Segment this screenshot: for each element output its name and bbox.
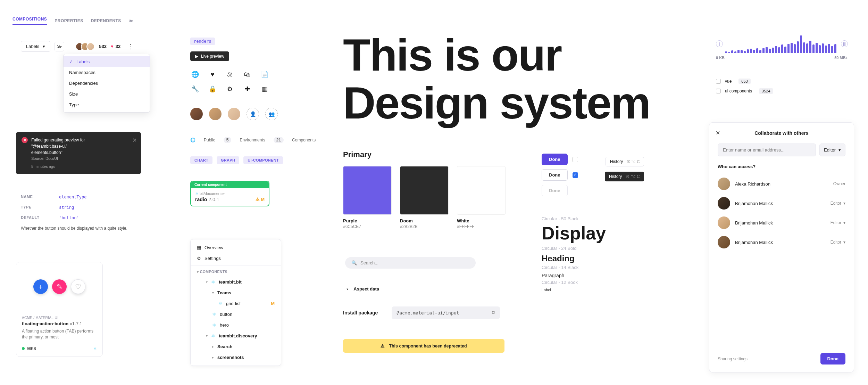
swatch-white: White #FFFFFF [457, 166, 506, 229]
current-component-card[interactable]: Current component ⚛ bit/documenter radio… [190, 181, 269, 206]
component-card[interactable]: ＋ ✎ ♡ ACME / MATERIAL-UI floating-action… [16, 262, 103, 357]
done-button-secondary[interactable]: Done [542, 169, 568, 181]
tree-item-settings[interactable]: ⚙Settings [191, 253, 281, 264]
fab-edit: ✎ [52, 279, 67, 294]
chevron-down-icon: ▾ [43, 44, 45, 49]
file-icon: 📄 [260, 69, 269, 79]
tree-item-overview[interactable]: ▦Overview [191, 242, 281, 253]
menu-item-type[interactable]: Type [64, 99, 150, 110]
invite-input[interactable] [718, 144, 816, 156]
type-paragraph: Paragraph [542, 273, 606, 278]
tree-item[interactable]: ▸screenshots [191, 352, 281, 363]
histogram-bar [750, 49, 752, 53]
prop-description: Whether the button should be displayed w… [21, 226, 127, 231]
member-role-dropdown[interactable]: Editor ▾ [831, 220, 845, 225]
typography-specimen: Circular - 50 Black Display Circular - 2… [542, 216, 606, 292]
toast-close-icon[interactable]: ✕ [132, 136, 137, 145]
scale-icon: ⚖ [225, 69, 235, 79]
menu-item-namespaces[interactable]: Namespaces [64, 67, 150, 78]
done-button-primary[interactable]: Done [542, 154, 568, 165]
tree-item[interactable]: ⚛hero [191, 320, 281, 330]
color-section-title: Primary [343, 150, 506, 159]
tree-item[interactable]: ⚛grid-listM [191, 298, 281, 309]
member-name: Brijamohan Mallick [735, 220, 826, 226]
checkbox-unchecked[interactable] [573, 157, 578, 162]
sharing-settings-link[interactable]: Sharing settings [718, 357, 748, 361]
live-preview-button[interactable]: ▶ Live preview [190, 51, 229, 61]
tabs-row: COMPOSITIONS PROPERTIES DEPENDENTS ≫ [12, 17, 133, 25]
install-package-box[interactable]: @acme.material-ui/input ⧉ [392, 306, 500, 319]
history-chip[interactable]: History ⌘ ⌥ C [606, 157, 644, 166]
role-dropdown[interactable]: Editor▾ [819, 144, 845, 156]
chevron-down-icon: ▾ [843, 220, 845, 225]
tree-item[interactable]: ⚛button [191, 309, 281, 320]
histogram-bar [831, 46, 833, 53]
checkbox-checked[interactable] [573, 172, 578, 178]
histogram-bar [775, 46, 777, 53]
toast-text: "@teambit.base-ui/ [31, 143, 85, 149]
member-row: Brijamohan Mallick Editor ▾ [718, 213, 845, 232]
close-icon[interactable]: ✕ [716, 130, 720, 136]
current-component-name: radio2.0.1 ⚠ M [195, 197, 265, 202]
labels-toolbar: Labels ▾ ≫ 532 ♥ 32 ⋮ [21, 41, 134, 52]
history-label: History [610, 159, 623, 164]
labels-dropdown[interactable]: Labels ▾ [21, 41, 50, 52]
react-icon: ⚛ [93, 346, 97, 351]
fab-add: ＋ [33, 279, 48, 294]
tree-item[interactable]: ▾⚛teambit.discovery [191, 330, 281, 341]
checkbox[interactable] [716, 89, 721, 93]
more-menu-icon[interactable]: ⋮ [127, 43, 134, 50]
done-button-disabled: Done [542, 185, 568, 196]
aspect-data-toggle[interactable]: › Aspect data [347, 286, 379, 292]
current-component-scope: ⚛ bit/documenter [195, 191, 265, 196]
tabs-overflow-icon[interactable]: ≫ [129, 18, 134, 23]
collab-done-button[interactable]: Done [820, 353, 846, 364]
heart-icon: ♥ [208, 69, 217, 79]
warning-icon: ⚠ [256, 197, 260, 202]
histogram-bar [794, 44, 796, 53]
tag-chart[interactable]: CHART [190, 156, 212, 164]
histogram-bar [781, 44, 783, 53]
color-hex: #6C5CE7 [343, 224, 392, 229]
menu-item-dependencies[interactable]: Dependencies [64, 78, 150, 89]
member-role-dropdown[interactable]: Editor ▾ [831, 201, 845, 206]
menu-item-labels[interactable]: ✓Labels [64, 56, 150, 67]
play-icon: ▶ [195, 54, 198, 59]
labels-dropdown-label: Labels [26, 44, 39, 49]
tag-graph[interactable]: GRAPH [217, 156, 239, 164]
range-handle-right[interactable]: ||| [841, 40, 848, 47]
chevron-right-icon: › [347, 286, 348, 292]
histogram-bar [803, 42, 805, 53]
histogram-bar [728, 52, 730, 53]
chevron-down-icon: ▾ [838, 147, 841, 153]
group-placeholder[interactable]: 👥 [265, 108, 278, 120]
member-role-dropdown[interactable]: Editor ▾ [831, 240, 845, 245]
prop-value: string [59, 205, 74, 210]
comp-label: Components [292, 138, 316, 142]
legend-row[interactable]: ui components3524 [716, 88, 773, 94]
toast-timestamp: 5 minutes ago [31, 164, 85, 170]
tab-properties[interactable]: PROPERTIES [55, 18, 83, 23]
histogram-bar [725, 51, 727, 53]
tree-item[interactable]: ▾Teams [191, 287, 281, 298]
avatar-placeholder[interactable]: 👤 [247, 108, 259, 120]
team-avatars: 👤 👥 [190, 108, 278, 120]
menu-item-size[interactable]: Size [64, 89, 150, 99]
color-name: White [457, 218, 506, 223]
tree-item[interactable]: ▾⚛teambit.bit [191, 277, 281, 287]
expand-button[interactable]: ≫ [55, 42, 64, 51]
install-row: Install package @acme.material-ui/input … [343, 306, 500, 319]
copy-icon[interactable]: ⧉ [492, 310, 495, 316]
legend-row[interactable]: vue653 [716, 79, 773, 84]
histogram-bar [809, 41, 811, 53]
search-input[interactable]: 🔍 Search... [345, 257, 476, 269]
prop-key: DEFAULT [21, 215, 59, 220]
tab-dependents[interactable]: DEPENDENTS [91, 18, 121, 23]
histogram-bar [791, 43, 793, 53]
tree-item[interactable]: ▸Search [191, 341, 281, 352]
tag-ui-component[interactable]: UI-COMPONENT [243, 156, 283, 164]
tab-compositions[interactable]: COMPOSITIONS [12, 17, 47, 25]
range-handle-left[interactable]: | [716, 40, 723, 47]
checkbox[interactable] [716, 79, 721, 84]
collaborate-panel: ✕ Collaborate with others Editor▾ Who ca… [709, 122, 854, 372]
